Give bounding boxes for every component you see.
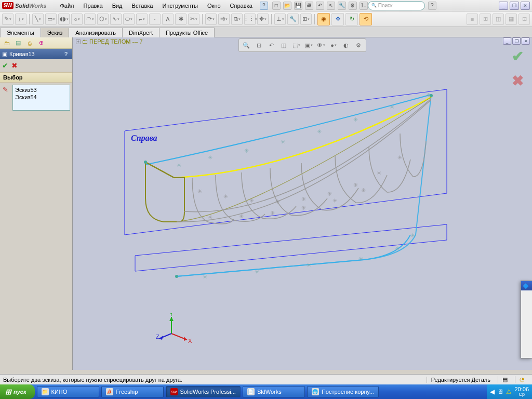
tab-features[interactable]: Элементы — [0, 28, 41, 37]
svg-text:✳: ✳ — [203, 274, 207, 280]
polygon-icon[interactable]: ⬡ — [97, 14, 109, 25]
new-icon[interactable]: □ — [272, 2, 281, 10]
more-icon[interactable]: 1.. — [360, 2, 368, 10]
tray-icon1[interactable]: ◀ — [490, 388, 495, 395]
dimension-icon[interactable]: ⟂ — [15, 14, 26, 25]
feature3-icon[interactable]: ↻ — [345, 13, 358, 25]
arc-icon[interactable]: ◠ — [84, 14, 96, 25]
tray-clock[interactable]: 20:06 Ср — [514, 387, 529, 397]
line-icon[interactable]: ╲ — [32, 14, 44, 25]
popup-titlebar[interactable]: 🔷 — [521, 281, 532, 290]
rebuild-icon[interactable]: 🔧 — [338, 2, 346, 10]
offset-icon[interactable]: ⇉ — [218, 14, 230, 25]
side-popup[interactable]: 🔷 — [521, 281, 532, 358]
confirm-cancel-icon[interactable]: ✖ — [512, 72, 524, 89]
menu-view[interactable]: Вид — [108, 2, 127, 10]
rect-icon[interactable]: ▭ — [45, 14, 57, 25]
menu-tools[interactable]: Инструменты — [158, 2, 202, 10]
selection-list[interactable]: Эскиз53 Эскиз54 — [12, 85, 70, 111]
tab-dimxpert[interactable]: DimXpert — [122, 28, 159, 37]
restore-button[interactable]: ❐ — [510, 2, 519, 10]
list-item[interactable]: Эскиз54 — [14, 94, 69, 101]
status-icon2[interactable]: ◔ — [515, 376, 529, 383]
plane-icon[interactable]: ✱ — [175, 14, 187, 25]
fillet-icon[interactable]: ⌐ — [136, 14, 148, 25]
mirror-icon[interactable]: ⧉ — [231, 14, 243, 25]
move-icon[interactable]: ✥ — [257, 14, 269, 25]
fm-tab-tree-icon[interactable]: 🗀 — [2, 38, 11, 48]
menu-file[interactable]: Файл — [56, 2, 78, 10]
menu-edit[interactable]: Правка — [79, 2, 107, 10]
taskbar: ⊞ пуск 📁КИНО ⛵Freeship SWSolidWorks Prof… — [0, 384, 532, 399]
tool-c-icon[interactable]: ◫ — [493, 14, 504, 25]
help-icon[interactable]: ? — [260, 2, 268, 10]
tray-icon2[interactable]: 🖥 — [497, 388, 503, 395]
point-icon[interactable]: · — [149, 14, 161, 25]
options-icon[interactable]: ⚙ — [349, 2, 357, 10]
svg-text:✳: ✳ — [390, 104, 394, 110]
list-item[interactable]: Эскиз53 — [14, 86, 69, 94]
sketch-icon[interactable]: ✎ — [2, 14, 14, 25]
search-input[interactable] — [378, 3, 420, 8]
task-solidworks[interactable]: SWSolidWorks Professi... — [166, 386, 241, 397]
task-chrome[interactable]: 🌐Построение корпу... — [307, 386, 379, 397]
pattern-icon[interactable]: ⋮⋮ — [244, 14, 256, 25]
menu-insert[interactable]: Вставка — [128, 2, 157, 10]
status-icon1[interactable]: ▤ — [498, 376, 512, 383]
tab-office[interactable]: Продукты Office — [159, 28, 215, 37]
ellipse-icon[interactable]: ⬭ — [123, 14, 135, 25]
logo-badge: SW — [2, 2, 14, 9]
status-mode: Редактируется Деталь — [427, 377, 495, 383]
help2-icon[interactable]: ? — [428, 2, 436, 10]
task-kino[interactable]: 📁КИНО — [37, 386, 99, 397]
menu-window[interactable]: Окно — [203, 2, 225, 10]
feature4-icon[interactable]: ⟲ — [360, 13, 372, 25]
slot-icon[interactable]: ◖◗ — [58, 14, 70, 25]
undo-icon[interactable]: ↶ — [316, 2, 324, 10]
tool-e-icon[interactable]: ⊡ — [518, 14, 530, 25]
graphics-viewport[interactable]: _ ❐ ✕ + 🗀 ПЕРЕД ТЕЛОМ --- 7 🔍 ⊡ ↶ ◫ ⬚ ▣ … — [73, 37, 532, 370]
ok-icon[interactable]: ✔ — [2, 61, 8, 70]
svg-text:✳: ✳ — [353, 182, 358, 188]
feature-manager: 🗀 ▤ ⎙ ⊕ ▣ Кривая13 ? ✔ ✖ Выбор ✎ Эскиз53… — [0, 37, 73, 370]
tool-a-icon[interactable]: ≡ — [467, 14, 478, 25]
svg-text:✳: ✳ — [301, 196, 306, 202]
spline-icon[interactable]: ∿ — [110, 14, 122, 25]
separator — [202, 14, 203, 24]
text-icon[interactable]: A — [162, 14, 174, 25]
tray-icon3[interactable]: ⚠ — [506, 388, 512, 395]
fm-tab-prop-icon[interactable]: ▤ — [14, 38, 23, 48]
fm-tab-config-icon[interactable]: ⎙ — [25, 38, 34, 48]
tab-evaluate[interactable]: Анализировать — [69, 28, 123, 37]
confirm-ok-icon[interactable]: ✔ — [512, 48, 524, 65]
convert-icon[interactable]: ⟳ — [205, 14, 217, 25]
tab-sketch[interactable]: Эскиз — [41, 28, 69, 37]
open-icon[interactable]: 📂 — [283, 2, 291, 10]
repair-icon[interactable]: 🔧 — [287, 14, 299, 25]
property-icon: ▣ — [2, 51, 7, 58]
menu-help[interactable]: Справка — [226, 2, 257, 10]
save-icon[interactable]: 💾 — [294, 2, 302, 10]
start-label: пуск — [14, 389, 26, 395]
search-box[interactable]: 🔍 — [368, 1, 425, 10]
start-button[interactable]: ⊞ пуск — [0, 384, 35, 399]
relations-icon[interactable]: ⊥ — [274, 14, 286, 25]
tool-b-icon[interactable]: ⊞ — [480, 14, 491, 25]
minimize-button[interactable]: _ — [499, 2, 508, 10]
task-freeship[interactable]: ⛵Freeship — [101, 386, 164, 397]
quick-snap-icon[interactable]: ⊞ — [300, 14, 312, 25]
select-icon[interactable]: ↖ — [327, 2, 335, 10]
feature1-icon[interactable]: ◉ — [317, 13, 330, 25]
tool-d-icon[interactable]: ▦ — [506, 14, 517, 25]
svg-text:✳: ✳ — [281, 139, 285, 145]
property-help-icon[interactable]: ? — [62, 51, 70, 57]
close-button[interactable]: ✕ — [521, 2, 530, 10]
trim-icon[interactable]: ✂ — [188, 14, 200, 25]
print-icon[interactable]: 🖶 — [305, 2, 313, 10]
feature2-icon[interactable]: ✥ — [331, 13, 344, 25]
cancel-icon[interactable]: ✖ — [11, 61, 18, 70]
task-sldworks[interactable]: 📄SldWorks — [243, 386, 305, 397]
fm-tab-dim-icon[interactable]: ⊕ — [36, 38, 46, 48]
system-tray[interactable]: ◀ 🖥 ⚠ 20:06 Ср — [487, 384, 532, 399]
circle-icon[interactable]: ○ — [71, 14, 83, 25]
